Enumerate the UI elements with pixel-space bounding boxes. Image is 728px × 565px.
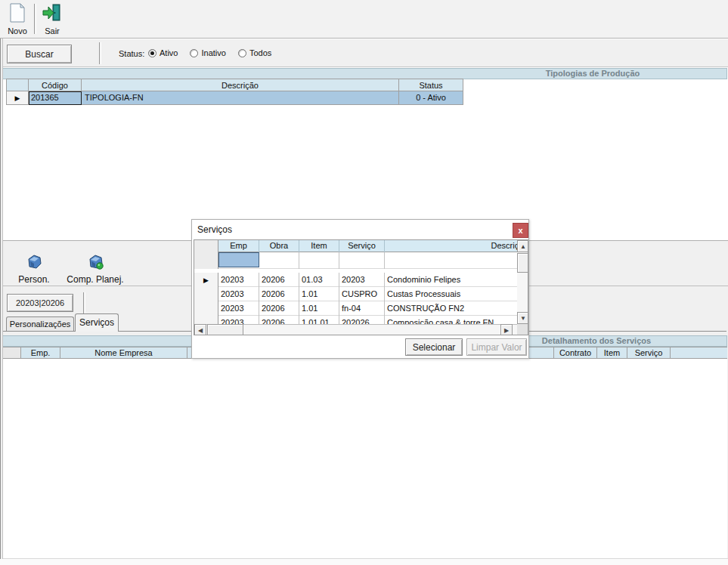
servicos-header-emp[interactable]: Emp (218, 240, 259, 252)
person-cube-icon (25, 252, 43, 272)
servicos-header-obra[interactable]: Obra (259, 240, 299, 252)
scroll-left-icon[interactable]: ◀ (194, 324, 206, 335)
application-window: Novo Sair Buscar Status: Ativo (0, 0, 728, 565)
tipologias-cell-status[interactable]: 0 - Ativo (399, 91, 463, 105)
servicos-row[interactable]: 20203 20206 1.01 CUSPRO Custas Processua… (194, 287, 517, 301)
scrollbar-corner (517, 324, 528, 335)
tab-servicos[interactable]: Serviços (75, 313, 119, 332)
servicos-grid-header: Emp Obra Item Serviço Descrição (194, 240, 517, 252)
tipologias-selector-header (6, 79, 29, 91)
search-bar: Buscar Status: Ativo Inativo Todos (0, 39, 728, 67)
servicos-selector-header (194, 240, 218, 252)
comp-planej-label: Comp. Planej. (67, 274, 123, 285)
radio-ativo[interactable]: Ativo (148, 48, 178, 57)
cell-obra[interactable]: 20206 (259, 287, 299, 301)
tipologias-header-descricao[interactable]: Descrição (82, 79, 399, 91)
comp-planej-button[interactable]: Comp. Planej. (67, 252, 124, 285)
detalhamento-header-filler (671, 347, 727, 359)
filter-selector-cell[interactable] (194, 252, 218, 269)
scroll-right-icon[interactable]: ▶ (500, 324, 513, 335)
sair-button[interactable]: Sair (38, 2, 67, 36)
servicos-filter-row (194, 252, 517, 269)
cell-descricao[interactable]: Condominio Felipes (385, 273, 517, 287)
radio-ativo-circle-icon (148, 49, 156, 57)
tipologias-row-selector[interactable]: ▶ (6, 91, 29, 105)
tipologias-header-codigo[interactable]: Código (29, 79, 82, 91)
row-selector-cell[interactable]: ▶ (194, 273, 218, 287)
buscar-button[interactable]: Buscar (7, 45, 72, 63)
left-panel-border (0, 39, 3, 559)
cell-servico[interactable]: CUSPRO (339, 287, 385, 301)
status-label: Status: (119, 49, 144, 58)
scroll-down-icon[interactable]: ▼ (517, 312, 528, 324)
radio-ativo-label: Ativo (160, 48, 178, 57)
detalhamento-header-servico[interactable]: Serviço (627, 347, 671, 359)
close-icon[interactable]: x (513, 223, 528, 238)
servicos-grid: Emp Obra Item Serviço Descrição ▶ (194, 239, 528, 335)
button-row-separator (83, 292, 85, 313)
servicos-row[interactable]: ▶ 20203 20206 01.03 20203 Condominio Fel… (194, 273, 517, 287)
filter-servico-cell[interactable] (339, 252, 385, 269)
search-separator (99, 42, 101, 64)
person-label: Person. (18, 274, 49, 285)
cell-descricao[interactable]: CONSTRUÇÃO FN2 (385, 301, 517, 316)
toolbar-separator (34, 4, 36, 34)
empresa-obra-button[interactable]: 20203|20206 (7, 294, 73, 312)
cell-emp[interactable]: 20203 (218, 287, 259, 301)
radio-inativo[interactable]: Inativo (190, 48, 225, 57)
cell-obra[interactable]: 20206 (259, 273, 299, 287)
row-pointer-icon: ▶ (15, 94, 20, 102)
servicos-row[interactable]: 20203 20206 1.01 fn-04 CONSTRUÇÃO FN2 (194, 301, 517, 316)
cell-servico[interactable]: fn-04 (339, 301, 385, 316)
radio-todos[interactable]: Todos (238, 48, 271, 57)
planning-cube-icon (86, 252, 104, 272)
cell-emp[interactable]: 20203 (218, 273, 259, 287)
servicos-header-descricao[interactable]: Descrição (385, 240, 517, 252)
novo-button[interactable]: Novo (3, 2, 32, 36)
servicos-dialog: Serviços x Emp Obra Item Serviço Descriç… (191, 219, 529, 359)
limpar-valor-button[interactable]: Limpar Valor (466, 338, 527, 356)
filter-emp-cell[interactable] (218, 252, 259, 267)
detalhamento-header-contrato[interactable]: Contrato (554, 347, 597, 359)
sair-label: Sair (45, 26, 60, 36)
radio-inativo-circle-icon (190, 49, 198, 57)
detalhamento-header-emp[interactable]: Emp. (21, 347, 60, 359)
cell-item[interactable]: 1.01 (299, 301, 339, 316)
cell-descricao[interactable]: Custas Processuais (385, 287, 517, 301)
servicos-header-item[interactable]: Item (299, 240, 339, 252)
novo-label: Novo (8, 26, 27, 36)
new-document-icon (8, 2, 27, 25)
selecionar-button[interactable]: Selecionar (405, 338, 463, 356)
radio-todos-label: Todos (249, 48, 271, 57)
tipologias-header-status[interactable]: Status (399, 79, 463, 91)
tipologias-section: Tipologias de Produção Código Descrição … (0, 67, 728, 240)
servicos-header-servico[interactable]: Serviço (339, 240, 385, 252)
tipologias-cell-descricao[interactable]: TIPOLOGIA-FN (82, 91, 399, 105)
person-button[interactable]: Person. (12, 252, 56, 285)
detalhamento-selector-header (2, 347, 21, 359)
cell-obra[interactable]: 20206 (259, 301, 299, 316)
horizontal-scroll-thumb[interactable] (207, 324, 243, 335)
cell-item[interactable]: 1.01 (299, 287, 339, 301)
tipologias-cell-codigo[interactable]: 201365 (29, 91, 82, 105)
row-selector-cell[interactable] (194, 287, 218, 301)
main-toolbar: Novo Sair (0, 0, 728, 39)
detalhamento-grid-body[interactable] (2, 359, 727, 559)
vertical-scroll-thumb[interactable] (517, 253, 528, 273)
cell-emp[interactable]: 20203 (218, 301, 259, 316)
row-pointer-icon: ▶ (203, 276, 209, 284)
filter-obra-cell[interactable] (259, 252, 299, 269)
exit-door-icon (42, 2, 63, 25)
filter-item-cell[interactable] (299, 252, 339, 269)
dialog-title: Serviços (197, 224, 232, 235)
detalhamento-header-item[interactable]: Item (597, 347, 627, 359)
cell-servico[interactable]: 20203 (339, 273, 385, 287)
status-strip (0, 558, 728, 565)
cell-item[interactable]: 01.03 (299, 273, 339, 287)
scroll-up-icon[interactable]: ▲ (517, 240, 528, 252)
radio-inativo-label: Inativo (201, 48, 225, 57)
tab-personalizacoes[interactable]: Personalizações (6, 316, 74, 332)
row-selector-cell[interactable] (194, 301, 218, 316)
detalhamento-header-nome-empresa[interactable]: Nome Empresa (60, 347, 187, 359)
filter-descricao-cell[interactable] (385, 252, 517, 269)
